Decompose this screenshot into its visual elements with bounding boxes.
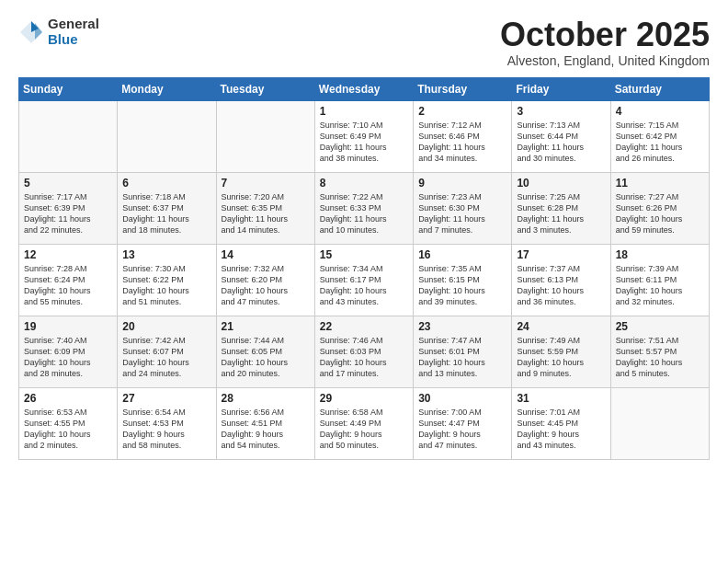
cell-info: Sunrise: 7:51 AM Sunset: 5:57 PM Dayligh…: [616, 335, 704, 380]
cell-date: 30: [418, 392, 506, 405]
month-title: October 2025: [500, 17, 710, 53]
table-row: 24Sunrise: 7:49 AM Sunset: 5:59 PM Dayli…: [512, 316, 610, 387]
col-tuesday: Tuesday: [216, 77, 314, 100]
cell-info: Sunrise: 7:18 AM Sunset: 6:37 PM Dayligh…: [122, 191, 210, 236]
cell-info: Sunrise: 7:32 AM Sunset: 6:20 PM Dayligh…: [222, 263, 310, 308]
cell-date: 25: [616, 320, 704, 333]
table-row: 12Sunrise: 7:28 AM Sunset: 6:24 PM Dayli…: [19, 244, 118, 316]
table-row: 14Sunrise: 7:32 AM Sunset: 6:20 PM Dayli…: [216, 244, 314, 316]
cell-info: Sunrise: 6:54 AM Sunset: 4:53 PM Dayligh…: [122, 407, 210, 452]
table-row: [610, 387, 709, 459]
cell-date: 13: [122, 248, 210, 261]
header-row: Sunday Monday Tuesday Wednesday Thursday…: [19, 77, 710, 100]
cell-date: 11: [616, 177, 704, 190]
calendar-row-1: 1Sunrise: 7:10 AM Sunset: 6:49 PM Daylig…: [19, 100, 710, 172]
table-row: 21Sunrise: 7:44 AM Sunset: 6:05 PM Dayli…: [216, 316, 314, 387]
title-block: October 2025 Alveston, England, United K…: [500, 17, 710, 68]
table-row: 23Sunrise: 7:47 AM Sunset: 6:01 PM Dayli…: [414, 316, 512, 387]
calendar-row-2: 5Sunrise: 7:17 AM Sunset: 6:39 PM Daylig…: [19, 172, 710, 244]
cell-date: 22: [320, 320, 408, 333]
table-row: 19Sunrise: 7:40 AM Sunset: 6:09 PM Dayli…: [19, 316, 118, 387]
col-saturday: Saturday: [610, 77, 709, 100]
col-wednesday: Wednesday: [314, 77, 413, 100]
col-monday: Monday: [118, 77, 216, 100]
cell-date: 8: [320, 177, 408, 190]
cell-date: 20: [122, 320, 210, 333]
table-row: 25Sunrise: 7:51 AM Sunset: 5:57 PM Dayli…: [610, 316, 709, 387]
logo-blue: Blue: [48, 32, 99, 48]
cell-info: Sunrise: 7:30 AM Sunset: 6:22 PM Dayligh…: [122, 263, 210, 308]
table-row: 17Sunrise: 7:37 AM Sunset: 6:13 PM Dayli…: [512, 244, 610, 316]
cell-info: Sunrise: 7:39 AM Sunset: 6:11 PM Dayligh…: [616, 263, 704, 308]
cell-info: Sunrise: 7:23 AM Sunset: 6:30 PM Dayligh…: [418, 191, 506, 236]
cell-info: Sunrise: 7:40 AM Sunset: 6:09 PM Dayligh…: [24, 335, 112, 380]
cell-date: 18: [616, 248, 704, 261]
cell-date: 17: [517, 248, 605, 261]
table-row: [118, 100, 216, 172]
logo-text: General Blue: [48, 17, 99, 47]
cell-info: Sunrise: 7:28 AM Sunset: 6:24 PM Dayligh…: [24, 263, 112, 308]
cell-info: Sunrise: 7:37 AM Sunset: 6:13 PM Dayligh…: [517, 263, 605, 308]
cell-info: Sunrise: 6:58 AM Sunset: 4:49 PM Dayligh…: [320, 407, 408, 452]
cell-info: Sunrise: 7:20 AM Sunset: 6:35 PM Dayligh…: [222, 191, 310, 236]
cell-info: Sunrise: 7:46 AM Sunset: 6:03 PM Dayligh…: [320, 335, 408, 380]
col-thursday: Thursday: [414, 77, 512, 100]
calendar: Sunday Monday Tuesday Wednesday Thursday…: [18, 77, 710, 460]
table-row: 4Sunrise: 7:15 AM Sunset: 6:42 PM Daylig…: [610, 100, 709, 172]
table-row: 27Sunrise: 6:54 AM Sunset: 4:53 PM Dayli…: [118, 387, 216, 459]
cell-date: 15: [320, 248, 408, 261]
table-row: 5Sunrise: 7:17 AM Sunset: 6:39 PM Daylig…: [19, 172, 118, 244]
cell-date: 4: [616, 105, 704, 118]
cell-info: Sunrise: 7:13 AM Sunset: 6:44 PM Dayligh…: [517, 120, 605, 165]
cell-info: Sunrise: 7:42 AM Sunset: 6:07 PM Dayligh…: [122, 335, 210, 380]
header: General Blue October 2025 Alveston, Engl…: [18, 17, 710, 68]
table-row: 31Sunrise: 7:01 AM Sunset: 4:45 PM Dayli…: [512, 387, 610, 459]
cell-info: Sunrise: 7:22 AM Sunset: 6:33 PM Dayligh…: [320, 191, 408, 236]
cell-info: Sunrise: 7:01 AM Sunset: 4:45 PM Dayligh…: [517, 407, 605, 452]
table-row: 30Sunrise: 7:00 AM Sunset: 4:47 PM Dayli…: [414, 387, 512, 459]
cell-info: Sunrise: 7:27 AM Sunset: 6:26 PM Dayligh…: [616, 191, 704, 236]
table-row: 20Sunrise: 7:42 AM Sunset: 6:07 PM Dayli…: [118, 316, 216, 387]
table-row: 22Sunrise: 7:46 AM Sunset: 6:03 PM Dayli…: [314, 316, 413, 387]
table-row: 2Sunrise: 7:12 AM Sunset: 6:46 PM Daylig…: [414, 100, 512, 172]
table-row: [19, 100, 118, 172]
cell-date: 12: [24, 248, 112, 261]
cell-info: Sunrise: 7:34 AM Sunset: 6:17 PM Dayligh…: [320, 263, 408, 308]
table-row: 13Sunrise: 7:30 AM Sunset: 6:22 PM Dayli…: [118, 244, 216, 316]
table-row: 26Sunrise: 6:53 AM Sunset: 4:55 PM Dayli…: [19, 387, 118, 459]
page: General Blue October 2025 Alveston, Engl…: [0, 0, 728, 563]
table-row: 7Sunrise: 7:20 AM Sunset: 6:35 PM Daylig…: [216, 172, 314, 244]
logo-icon: [18, 19, 44, 45]
cell-date: 28: [222, 392, 310, 405]
cell-date: 14: [222, 248, 310, 261]
table-row: 3Sunrise: 7:13 AM Sunset: 6:44 PM Daylig…: [512, 100, 610, 172]
cell-info: Sunrise: 7:17 AM Sunset: 6:39 PM Dayligh…: [24, 191, 112, 236]
cell-info: Sunrise: 7:35 AM Sunset: 6:15 PM Dayligh…: [418, 263, 506, 308]
table-row: 9Sunrise: 7:23 AM Sunset: 6:30 PM Daylig…: [414, 172, 512, 244]
cell-date: 16: [418, 248, 506, 261]
cell-date: 26: [24, 392, 112, 405]
cell-info: Sunrise: 7:49 AM Sunset: 5:59 PM Dayligh…: [517, 335, 605, 380]
svg-marker-1: [35, 23, 42, 40]
cell-date: 24: [517, 320, 605, 333]
cell-info: Sunrise: 6:56 AM Sunset: 4:51 PM Dayligh…: [222, 407, 310, 452]
cell-info: Sunrise: 7:15 AM Sunset: 6:42 PM Dayligh…: [616, 120, 704, 165]
calendar-row-3: 12Sunrise: 7:28 AM Sunset: 6:24 PM Dayli…: [19, 244, 710, 316]
cell-info: Sunrise: 7:47 AM Sunset: 6:01 PM Dayligh…: [418, 335, 506, 380]
cell-info: Sunrise: 7:25 AM Sunset: 6:28 PM Dayligh…: [517, 191, 605, 236]
cell-date: 27: [122, 392, 210, 405]
cell-info: Sunrise: 7:12 AM Sunset: 6:46 PM Dayligh…: [418, 120, 506, 165]
cell-date: 21: [222, 320, 310, 333]
table-row: 1Sunrise: 7:10 AM Sunset: 6:49 PM Daylig…: [314, 100, 413, 172]
calendar-row-4: 19Sunrise: 7:40 AM Sunset: 6:09 PM Dayli…: [19, 316, 710, 387]
cell-date: 9: [418, 177, 506, 190]
cell-date: 7: [222, 177, 310, 190]
cell-date: 5: [24, 177, 112, 190]
table-row: 10Sunrise: 7:25 AM Sunset: 6:28 PM Dayli…: [512, 172, 610, 244]
cell-date: 29: [320, 392, 408, 405]
table-row: 18Sunrise: 7:39 AM Sunset: 6:11 PM Dayli…: [610, 244, 709, 316]
table-row: [216, 100, 314, 172]
table-row: 15Sunrise: 7:34 AM Sunset: 6:17 PM Dayli…: [314, 244, 413, 316]
table-row: 6Sunrise: 7:18 AM Sunset: 6:37 PM Daylig…: [118, 172, 216, 244]
cell-date: 3: [517, 105, 605, 118]
